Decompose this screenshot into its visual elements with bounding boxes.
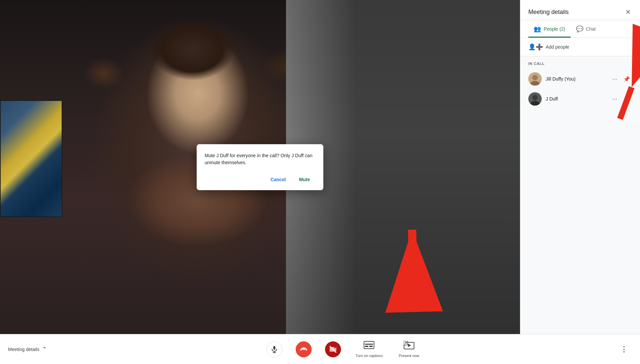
- arrow-to-three-dots: [547, 16, 640, 149]
- svg-rect-10: [273, 346, 275, 350]
- end-call-icon: [300, 347, 308, 352]
- svg-rect-16: [364, 341, 374, 349]
- dialog-message: Mute J Duff for everyone in the call? On…: [205, 152, 315, 166]
- present-icon: [404, 341, 414, 352]
- avatar-jduff: [528, 92, 542, 106]
- svg-marker-21: [408, 344, 411, 347]
- mic-icon-circle: [266, 341, 282, 357]
- toolbar-center: Turn on captions Present now: [75, 338, 612, 360]
- video-area: Mute J Duff for everyone in the call? On…: [0, 0, 520, 334]
- captions-icon: [364, 341, 374, 352]
- camera-off-icon: [329, 345, 337, 353]
- camera-button[interactable]: [320, 339, 346, 360]
- main-area: Mute J Duff for everyone in the call? On…: [0, 0, 640, 334]
- meeting-details-label: Meeting details: [8, 347, 39, 352]
- cancel-button[interactable]: Cancel: [265, 174, 291, 185]
- chevron-up-icon: ⌃: [42, 346, 47, 353]
- panel-arrow-area: [520, 109, 640, 334]
- mic-icon: [270, 345, 278, 353]
- present-button[interactable]: Present now: [392, 338, 426, 360]
- toolbar: Meeting details ⌃: [0, 334, 640, 364]
- svg-rect-17: [365, 346, 368, 347]
- present-label: Present now: [399, 354, 419, 358]
- toolbar-left: Meeting details ⌃: [8, 346, 75, 353]
- panel-title: Meeting details: [528, 9, 569, 16]
- mute-dialog: Mute J Duff for everyone in the call? On…: [197, 144, 323, 190]
- toolbar-right: ⋮: [612, 341, 632, 357]
- end-call-icon-circle: [296, 341, 312, 357]
- avatar-jill-image: [528, 72, 542, 86]
- svg-rect-19: [365, 344, 373, 345]
- add-people-icon: 👤➕: [528, 43, 543, 51]
- dialog-overlay: Mute J Duff for everyone in the call? On…: [0, 0, 520, 334]
- camera-icon-circle: [325, 341, 341, 357]
- svg-line-9: [620, 87, 632, 119]
- svg-rect-13: [330, 347, 334, 352]
- mute-button[interactable]: Mute: [294, 174, 315, 185]
- in-call-label: IN CALL: [528, 62, 545, 66]
- svg-point-6: [532, 95, 538, 100]
- avatar-jill: [528, 72, 542, 86]
- captions-label: Turn on captions: [356, 354, 383, 358]
- close-icon: ✕: [625, 8, 631, 16]
- svg-rect-18: [369, 346, 373, 347]
- dialog-actions: Cancel Mute: [205, 174, 315, 185]
- end-call-button[interactable]: [290, 339, 317, 360]
- svg-point-3: [532, 75, 538, 80]
- right-panel: Meeting details ✕ 👥 People (2) 💬 Chat 👤➕…: [520, 0, 640, 334]
- more-options-button[interactable]: ⋮: [616, 341, 632, 357]
- people-icon: 👥: [534, 25, 541, 33]
- more-options-icon: ⋮: [620, 345, 628, 354]
- captions-button[interactable]: Turn on captions: [349, 338, 390, 360]
- avatar-jduff-image: [528, 92, 542, 106]
- mic-button[interactable]: [261, 339, 288, 360]
